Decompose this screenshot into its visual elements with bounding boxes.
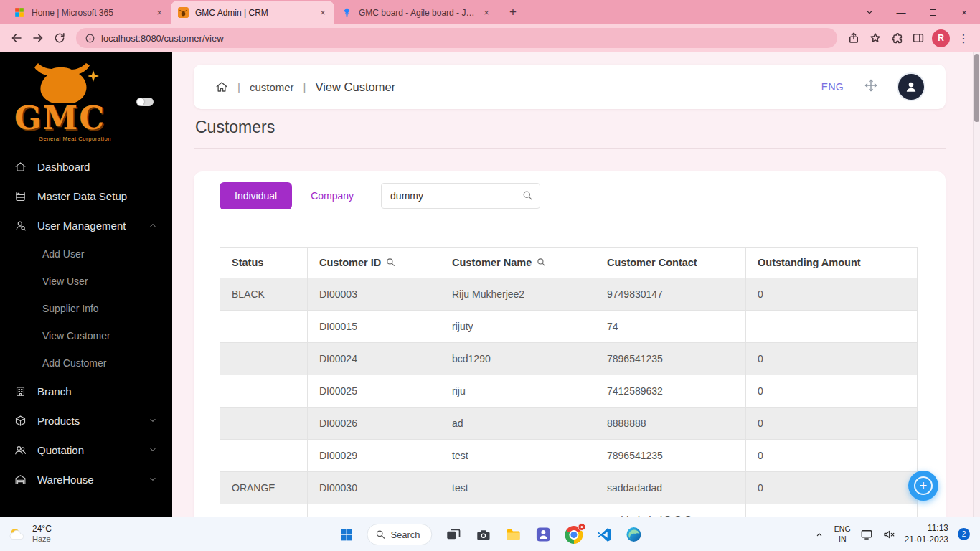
search-icon[interactable] [522,190,533,201]
sidebar-item-supplier-info[interactable]: Supplier Info [0,295,172,322]
sidebar-item-user-management[interactable]: User Management [0,211,172,240]
sidebar-label: Master Data Setup [37,190,127,202]
weather-widget[interactable]: 24°C Haze [0,524,52,545]
scrollbar-thumb[interactable] [974,54,979,122]
tab-close-icon[interactable]: × [481,7,492,19]
clock[interactable]: 11:13 21-01-2023 [905,523,948,545]
table-row[interactable]: DI00025 riju 7412589632 0 [220,375,918,408]
sidebar-item-add-user[interactable]: Add User [0,240,172,268]
sidebar-item-add-customer[interactable]: Add Customer [0,349,172,377]
tab-search-chevron-icon[interactable] [854,0,885,24]
tab-individual[interactable]: Individual [220,182,292,209]
browser-menu-icon[interactable]: ⋮ [953,27,974,49]
tab-close-icon[interactable]: × [154,7,165,19]
sidebar-nav: Dashboard Master Data Setup User Managem… [0,152,172,494]
table-row[interactable]: BLACK DI00003 Riju Mukherjee2 9749830147… [220,278,918,311]
camera-app-icon[interactable] [474,525,493,544]
tab-close-icon[interactable]: × [317,7,329,19]
col-outstanding-amount: Outstanding Amount [746,248,918,278]
forward-button[interactable] [27,27,49,49]
window-close-button[interactable]: × [948,0,980,24]
table-row[interactable]: DI00015 rijuty 74 [220,311,918,343]
display-icon[interactable] [860,528,873,541]
start-button[interactable] [336,525,355,544]
chevron-up-icon [148,220,158,230]
sidebar-item-view-user[interactable]: View User [0,268,172,295]
teams-app-icon[interactable] [534,525,553,544]
browser-profile-avatar[interactable]: R [932,29,950,47]
cell-name: riju [440,375,595,408]
cell-status: ORANGE [220,472,308,504]
cell-contact: saddadadad@@@ [595,504,746,517]
table-row[interactable]: ORANGE DI00030 test saddadadad 0 [220,472,918,504]
tab-title: GMC Admin | CRM [195,8,311,18]
cell-id: DI00015 [308,311,440,343]
browser-tab-jira[interactable]: GMC board - Agile board - Jira × [334,1,498,24]
add-customer-fab[interactable]: + [908,471,938,501]
tab-company[interactable]: Company [311,190,354,202]
task-view-icon[interactable] [444,525,463,544]
language-selector[interactable]: ENG [821,81,844,93]
reload-button[interactable] [49,27,70,49]
browser-tab-m365[interactable]: Home | Microsoft 365 × [7,1,171,24]
language-indicator[interactable]: ENG IN [834,524,851,544]
sidebar-item-products[interactable]: Products [0,406,172,435]
gmc-favicon-icon [178,7,189,19]
chrome-notification-badge [578,523,586,531]
sidebar-collapse-toggle[interactable] [136,98,154,106]
cell-outstanding: 0 [746,278,918,311]
cell-outstanding [746,311,918,343]
sidebar-item-warehouse[interactable]: WareHouse [0,465,172,494]
cell-outstanding: 0 [746,472,918,504]
time: 11:13 [905,523,948,534]
cell-status [220,311,308,343]
side-panel-icon[interactable] [908,27,929,49]
sidebar-item-dashboard[interactable]: Dashboard [0,152,172,182]
search-icon [537,258,546,267]
sidebar-item-quotation[interactable]: Quotation [0,435,172,465]
col-customer-id[interactable]: Customer ID [308,248,440,278]
vscode-app-icon[interactable] [595,525,613,544]
table-row[interactable]: DI00031 test saddadadad@@@ [220,504,918,517]
notification-badge[interactable]: 2 [958,528,970,540]
home-icon[interactable] [215,80,228,93]
page-scrollbar[interactable] [973,52,980,517]
sidebar-item-view-customer[interactable]: View Customer [0,322,172,349]
cell-status [220,440,308,472]
taskbar-search[interactable]: Search [367,524,432,545]
share-icon[interactable] [843,27,864,49]
table-row[interactable]: DI00024 bcd1290 7896541235 0 [220,343,918,375]
col-customer-name[interactable]: Customer Name [440,248,595,278]
weather-desc: Haze [32,534,52,545]
back-button[interactable] [6,27,27,49]
file-explorer-icon[interactable] [504,525,523,544]
breadcrumb-section[interactable]: customer [250,81,294,93]
browser-tab-gmc-active[interactable]: GMC Admin | CRM × [171,1,334,24]
table-row[interactable]: DI00026 ad 8888888 0 [220,408,918,440]
cell-id: DI00030 [308,472,440,504]
sidebar-item-branch[interactable]: Branch [0,377,172,406]
cell-contact: 74 [595,311,746,343]
fullscreen-move-icon[interactable] [864,78,878,95]
site-info-icon[interactable] [85,33,95,44]
customer-search-input[interactable] [381,183,540,209]
url-text: localhost:8080/customer/view [101,33,224,44]
sidebar-item-master-data-setup[interactable]: Master Data Setup [0,182,172,211]
edge-app-icon[interactable] [625,525,644,544]
extensions-puzzle-icon[interactable] [886,27,908,49]
window-maximize-button[interactable] [917,0,948,24]
window-minimize-button[interactable]: — [885,0,917,24]
gmc-logo: GMC General Meat Corporation [0,52,172,142]
customer-type-filter: Individual Company [220,182,920,209]
user-avatar[interactable] [898,74,924,100]
tray-chevron-up-icon[interactable] [814,529,825,540]
address-bar[interactable]: localhost:8080/customer/view [76,28,837,48]
chrome-app-icon[interactable] [565,525,583,544]
volume-muted-icon[interactable] [882,528,895,541]
search-icon [375,529,385,540]
new-tab-button[interactable]: + [504,3,522,22]
bookmark-star-icon[interactable] [864,27,886,49]
table-row[interactable]: DI00029 test 7896541235 0 [220,440,918,472]
person-icon [904,80,918,94]
cell-id: DI00029 [308,440,440,472]
